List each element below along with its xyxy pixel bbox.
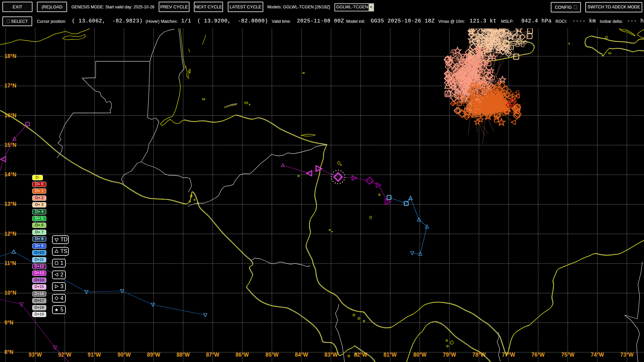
- svg-text:11°N: 11°N: [4, 260, 16, 266]
- svg-text:15°N: 15°N: [4, 142, 16, 148]
- svg-text:93°W: 93°W: [29, 352, 42, 358]
- svg-text:83°W: 83°W: [324, 352, 338, 358]
- svg-text:18°N: 18°N: [4, 53, 16, 59]
- svg-text:74°W: 74°W: [591, 352, 604, 358]
- svg-text:10°N: 10°N: [4, 290, 16, 296]
- svg-text:17°N: 17°N: [4, 83, 16, 88]
- svg-text:12°N: 12°N: [4, 231, 16, 237]
- svg-text:81°W: 81°W: [383, 352, 397, 358]
- svg-text:79°W: 79°W: [443, 352, 456, 358]
- svg-text:89°W: 89°W: [147, 352, 160, 358]
- svg-text:90°W: 90°W: [117, 352, 131, 358]
- svg-text:87°W: 87°W: [206, 352, 219, 358]
- svg-text:77°W: 77°W: [502, 352, 515, 358]
- svg-text:75°W: 75°W: [561, 352, 575, 358]
- svg-text:8°N: 8°N: [4, 349, 13, 355]
- svg-text:14°N: 14°N: [4, 172, 16, 177]
- svg-text:13°N: 13°N: [4, 201, 16, 207]
- svg-text:86°W: 86°W: [235, 352, 249, 358]
- svg-text:76°W: 76°W: [531, 352, 545, 358]
- svg-text:91°W: 91°W: [88, 352, 101, 358]
- svg-text:73°W: 73°W: [620, 352, 634, 358]
- svg-text:88°W: 88°W: [176, 352, 190, 358]
- svg-text:9°N: 9°N: [4, 320, 13, 325]
- svg-text:80°W: 80°W: [413, 352, 427, 358]
- svg-text:84°W: 84°W: [295, 352, 308, 358]
- svg-text:85°W: 85°W: [265, 352, 279, 358]
